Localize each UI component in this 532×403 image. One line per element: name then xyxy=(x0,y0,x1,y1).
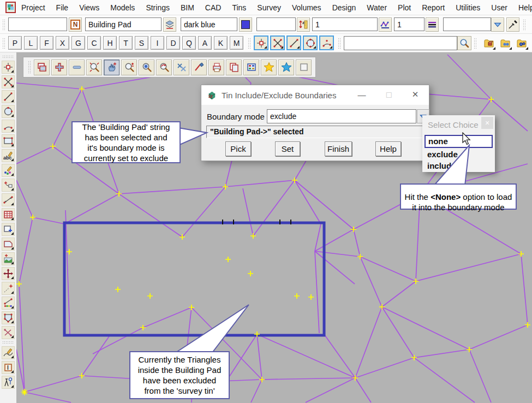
snap-point-button[interactable] xyxy=(254,35,268,50)
weight-input[interactable] xyxy=(394,17,425,31)
grid-tool-button[interactable] xyxy=(2,208,15,221)
snap-node-button[interactable] xyxy=(270,35,285,50)
mode-button-l[interactable]: L xyxy=(24,36,38,50)
menu-volumes[interactable]: Volumes xyxy=(286,3,327,12)
toolbar-grip[interactable] xyxy=(338,37,342,49)
menu-project[interactable]: Project xyxy=(16,3,51,12)
mode-button-q[interactable]: Q xyxy=(182,36,196,50)
finish-button[interactable]: Finish xyxy=(325,141,352,156)
point-snap-button[interactable] xyxy=(2,61,15,74)
toolbar-grip[interactable] xyxy=(2,19,6,31)
points-edit-button[interactable] xyxy=(2,164,15,177)
mode-button-p[interactable]: P xyxy=(8,36,22,50)
measure-tool-button[interactable] xyxy=(2,193,15,206)
string-colours-button[interactable] xyxy=(2,297,15,310)
search-button[interactable] xyxy=(457,36,471,50)
favourite-star-button[interactable] xyxy=(261,60,277,75)
search-input[interactable] xyxy=(344,36,457,50)
point-star-button[interactable] xyxy=(2,282,15,295)
circle-tool-button[interactable] xyxy=(2,105,15,118)
rectangle-tool-button[interactable] xyxy=(2,134,15,147)
folder-settings-button[interactable] xyxy=(514,36,529,50)
add-view-button[interactable] xyxy=(51,60,67,75)
view-create-button[interactable] xyxy=(2,223,15,236)
tinable-picker-button[interactable] xyxy=(379,17,392,32)
zoom-all-button[interactable] xyxy=(139,60,154,75)
folder-model-button[interactable] xyxy=(481,36,496,50)
set-button[interactable]: Set xyxy=(275,141,300,156)
height-input[interactable] xyxy=(256,17,296,31)
delete-redraw-button[interactable] xyxy=(174,60,189,75)
mode-button-x[interactable]: X xyxy=(56,36,69,50)
plot-sheet-button[interactable] xyxy=(243,60,259,75)
tinable-input[interactable] xyxy=(312,17,378,31)
help-button[interactable]: Help xyxy=(375,141,401,156)
remove-view-button[interactable] xyxy=(69,60,85,75)
mode-button-i[interactable]: I xyxy=(151,36,164,50)
mode-button-m[interactable]: M xyxy=(230,36,243,50)
snap-line-button[interactable] xyxy=(286,35,301,50)
mode-button-a[interactable]: A xyxy=(198,36,212,50)
dialog-titlebar[interactable]: 12 Tin Include/Exclude Boundaries — ◻ ✕ xyxy=(201,85,429,105)
mode-button-k[interactable]: K xyxy=(214,36,228,50)
boundary-mode-input[interactable] xyxy=(267,109,416,123)
mode-button-f[interactable]: F xyxy=(40,36,53,50)
print-button[interactable] xyxy=(208,60,224,75)
arc-tool-button[interactable] xyxy=(2,120,15,133)
cad-text-input[interactable] xyxy=(8,17,67,31)
snap-circle-button[interactable] xyxy=(303,35,318,50)
mode-button-t[interactable]: T xyxy=(119,36,133,50)
height-picker-button[interactable]: z xyxy=(297,17,310,32)
name-badge-button[interactable]: N xyxy=(69,17,82,32)
menu-bim[interactable]: BIM xyxy=(175,3,200,12)
survey-station-button[interactable] xyxy=(2,376,15,389)
pan-hand-button[interactable] xyxy=(104,60,119,75)
polygon-shield-button[interactable] xyxy=(2,311,15,324)
colour-input[interactable] xyxy=(181,17,237,31)
toolbar-grip[interactable] xyxy=(474,37,477,49)
weight-picker-button[interactable] xyxy=(426,17,439,32)
menu-utilities[interactable]: Utilities xyxy=(450,3,486,12)
menu-strings[interactable]: Strings xyxy=(140,3,175,12)
popup-close-button[interactable]: × xyxy=(481,117,493,129)
polygon-tool-button[interactable] xyxy=(2,238,15,251)
folder-search-button[interactable] xyxy=(498,36,512,50)
menu-water[interactable]: Water xyxy=(361,3,392,12)
copy-view-button[interactable] xyxy=(226,60,242,75)
minimize-button[interactable]: — xyxy=(352,85,371,104)
draw-pencil-button[interactable] xyxy=(2,346,15,359)
toolbar-grip[interactable] xyxy=(523,19,527,31)
zoom-previous-button[interactable] xyxy=(156,60,172,75)
menu-models[interactable]: Models xyxy=(105,3,140,12)
create-point-button[interactable] xyxy=(2,179,15,192)
menu-survey[interactable]: Survey xyxy=(252,3,286,12)
text-edit-button[interactable]: abc xyxy=(2,149,15,162)
close-button[interactable]: ✕ xyxy=(406,85,425,104)
toolbar-grip[interactable] xyxy=(2,55,14,58)
menu-user[interactable]: User xyxy=(486,3,513,12)
blank-view-button[interactable] xyxy=(296,60,312,75)
eyedropper-button[interactable] xyxy=(506,17,519,32)
menu-report[interactable]: Report xyxy=(416,3,450,12)
menu-design[interactable]: Design xyxy=(327,3,362,12)
menu-help[interactable]: Help xyxy=(513,3,532,12)
menu-tins[interactable]: Tins xyxy=(226,3,252,12)
mode-button-d[interactable]: D xyxy=(166,36,180,50)
redraw-brush-button[interactable] xyxy=(191,60,207,75)
toolbar-grip[interactable] xyxy=(28,60,32,74)
delete-points-button[interactable] xyxy=(2,326,15,339)
tin-input[interactable] xyxy=(443,17,491,31)
zoom-inout-button[interactable] xyxy=(121,60,137,75)
colour-swatch-button[interactable] xyxy=(239,17,252,32)
pick-button[interactable]: Pick xyxy=(225,141,251,156)
maximize-button[interactable]: ◻ xyxy=(380,85,398,104)
toolbar-grip[interactable] xyxy=(2,37,6,49)
menu-cad[interactable]: CAD xyxy=(200,3,227,12)
mode-button-h[interactable]: H xyxy=(103,36,117,50)
menu-file[interactable]: File xyxy=(51,3,74,12)
mode-button-s[interactable]: S xyxy=(135,36,148,50)
snap-arc-button[interactable] xyxy=(319,35,334,50)
toolbar-grip[interactable] xyxy=(248,37,252,49)
menu-views[interactable]: Views xyxy=(74,3,105,12)
segment-tool-button[interactable] xyxy=(2,90,15,103)
